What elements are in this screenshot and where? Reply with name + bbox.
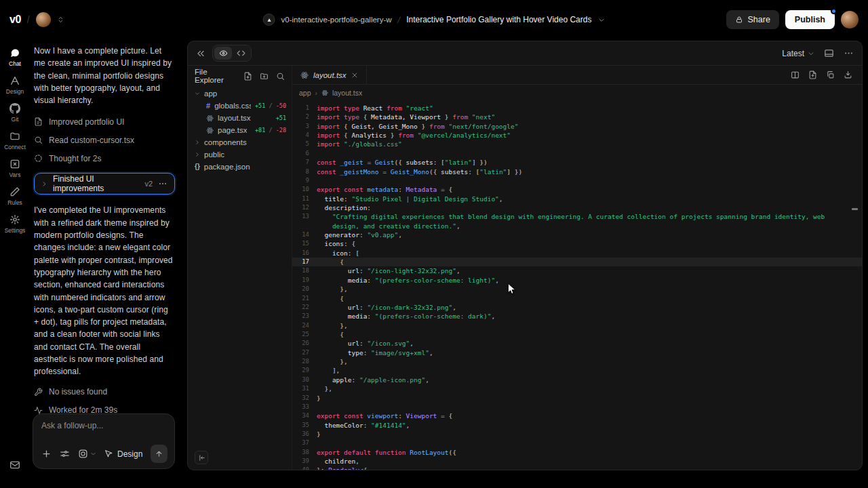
team-avatar[interactable] <box>36 12 51 27</box>
search-icon[interactable] <box>276 72 285 81</box>
sidebar-item-connect[interactable]: Connect <box>4 131 26 150</box>
scrollbar-mark[interactable] <box>852 208 858 210</box>
assistant-message: I've completed the UI improvements with … <box>34 204 175 378</box>
sidebar-item-chat[interactable]: Chat <box>9 47 21 67</box>
chat-item-label: Thought for 2s <box>49 154 101 163</box>
sidebar-item-settings[interactable]: Settings <box>5 214 26 234</box>
sidebar-item-label: Design <box>6 88 24 95</box>
publish-button[interactable]: Publish <box>785 10 835 29</box>
file-row-app[interactable]: app <box>188 87 292 100</box>
v0-app: { "topbar": { "logo": "v0", "team": { "p… <box>0 0 868 488</box>
file-row-layout-tsx[interactable]: layout.tsx+51 <box>188 112 292 124</box>
line-number: 22 <box>292 303 317 312</box>
editor-panel: Latest File Explorer app#globals.css+51 … <box>187 41 863 470</box>
copy-icon[interactable] <box>826 70 835 79</box>
file-row-components[interactable]: components <box>188 136 292 148</box>
more-options-icon[interactable] <box>844 48 854 58</box>
project-name[interactable]: v0-interactive-portfolio-gallery-w <box>281 16 392 24</box>
v0-logo[interactable]: v0 <box>9 14 21 26</box>
breadcrumb: v0-interactive-portfolio-gallery-w / Int… <box>263 0 606 39</box>
version-card[interactable]: Finished UI improvements v2 <box>34 173 175 195</box>
code-toggle-button[interactable] <box>232 47 250 60</box>
new-file-icon[interactable] <box>243 72 252 81</box>
version-selector[interactable]: Latest <box>782 49 814 58</box>
sidebar-item-vars[interactable]: Vars <box>9 159 21 178</box>
file-row-package-json[interactable]: {}package.json <box>188 161 292 173</box>
vercel-team-badge[interactable] <box>263 14 275 26</box>
version-label: Latest <box>782 49 804 58</box>
file-row-page-tsx[interactable]: page.tsx+81 / -28 <box>188 124 292 136</box>
line-number: 20 <box>292 285 317 293</box>
chat-item-no-issues[interactable]: No issues found <box>34 383 175 401</box>
split-view-icon[interactable] <box>791 70 800 79</box>
sidebar-item-label: Connect <box>4 144 26 150</box>
sidebar-item-git[interactable]: Git <box>9 103 20 123</box>
collapse-panel-button[interactable] <box>196 49 205 58</box>
send-button[interactable] <box>151 445 167 463</box>
diff-stats: +51 <box>276 115 286 121</box>
code-line: 32} <box>292 394 862 403</box>
breadcrumb-file[interactable]: layout.tsx <box>332 89 362 97</box>
sidebar-item-design[interactable]: Design <box>6 75 24 95</box>
css-icon: # <box>206 102 210 110</box>
chevron-down-icon <box>195 91 200 96</box>
close-tab-icon[interactable] <box>351 72 358 79</box>
search-icon <box>34 136 43 144</box>
chat-title[interactable]: Interactive Portfolio Gallery with Hover… <box>406 15 591 24</box>
chat-item-improved-portfolio-ui[interactable]: Improved portfolio UI <box>34 113 175 131</box>
line-number: 16 <box>292 249 317 258</box>
code-line: 12 description: <box>292 203 862 212</box>
attach-button[interactable] <box>41 449 52 459</box>
settings-sliders-button[interactable] <box>60 449 70 459</box>
app-frame-icon <box>78 449 88 459</box>
device-preview-icon[interactable] <box>824 48 834 58</box>
tab-layout-tsx[interactable]: layout.tsx <box>292 66 367 84</box>
code-line: 23 media: "(prefers-color-scheme: dark)"… <box>292 312 862 321</box>
code-line: 11 title: "Studio Pixel | Digital Design… <box>292 195 862 203</box>
diff-stats: +81 / -28 <box>255 127 286 134</box>
code-line: 35 themeColor: "#141414", <box>292 421 862 430</box>
sidebar-item-label: Chat <box>9 60 21 67</box>
code-line: 21 { <box>292 294 862 303</box>
chevron-updown-icon[interactable] <box>57 15 64 24</box>
file-row-globals-css[interactable]: #globals.css+51 / -50 <box>188 100 292 112</box>
line-number: 6 <box>292 149 317 158</box>
code-line: 25 { <box>292 330 862 339</box>
user-avatar[interactable] <box>841 11 859 28</box>
code-icon <box>237 49 245 58</box>
followup-input[interactable] <box>41 421 167 430</box>
line-number: 11 <box>292 195 317 203</box>
chat-item-thought[interactable]: Thought for 2s <box>34 149 175 167</box>
line-number: 37 <box>292 439 317 447</box>
chevron-down-icon[interactable] <box>597 16 605 24</box>
preview-toggle-button[interactable] <box>214 47 232 60</box>
line-number: 35 <box>292 421 317 430</box>
line-number: 7 <box>292 158 317 167</box>
more-options-icon[interactable] <box>158 179 167 188</box>
code-editor[interactable]: 1import type React from "react"2import t… <box>292 101 862 470</box>
feedback-mail-button[interactable] <box>0 460 30 470</box>
file-row-public[interactable]: public <box>188 148 292 161</box>
editor-header-right: Latest <box>782 48 854 58</box>
download-icon[interactable] <box>844 70 852 79</box>
diff-stats: +51 / -50 <box>255 102 286 109</box>
file-text-icon <box>34 117 43 126</box>
sidebar-item-label: Vars <box>9 171 21 178</box>
line-number: 38 <box>292 448 317 457</box>
collapse-sidebar-button[interactable] <box>195 451 208 464</box>
design-mode-button[interactable]: Design <box>104 449 142 459</box>
file-name: public <box>204 150 224 159</box>
model-picker-button[interactable] <box>78 449 96 459</box>
new-folder-icon[interactable] <box>260 72 269 81</box>
breadcrumb-folder[interactable]: app <box>299 89 311 97</box>
sidebar-item-rules[interactable]: Rules <box>7 186 22 206</box>
line-number: 3 <box>292 122 317 131</box>
share-button[interactable]: Share <box>726 10 778 29</box>
publish-label: Publish <box>795 15 825 24</box>
version-card-label: Finished UI improvements <box>53 174 139 193</box>
file-diff-icon[interactable] <box>808 70 817 79</box>
file-name: components <box>204 138 247 146</box>
react-icon <box>300 71 309 79</box>
react-icon <box>206 115 214 122</box>
chat-item-read-custom-cursor[interactable]: Read custom-cursor.tsx <box>34 131 175 149</box>
